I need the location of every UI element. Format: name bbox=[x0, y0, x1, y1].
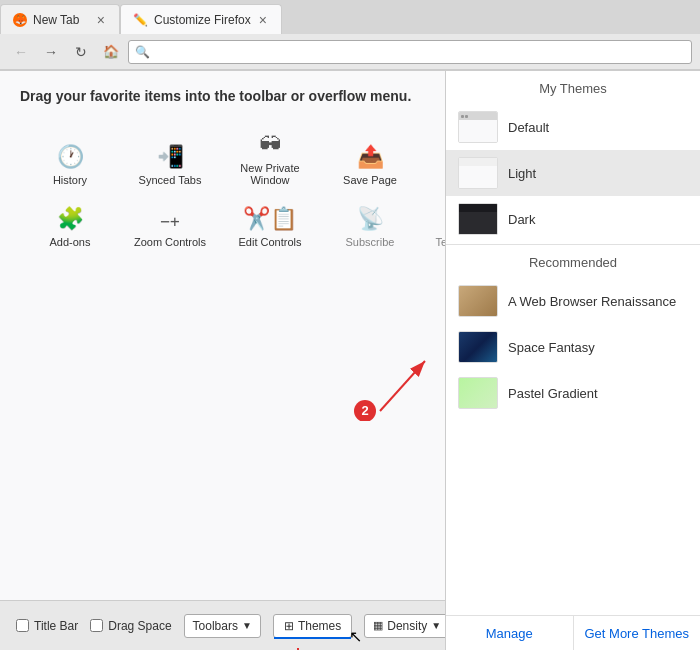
nav-bar: ← → ↻ 🏠 🔍 bbox=[0, 34, 700, 70]
density-dropdown[interactable]: ▦ Density ▼ bbox=[364, 614, 450, 638]
browser-chrome: 🦊 New Tab × ✏️ Customize Firefox × ← → ↻… bbox=[0, 0, 700, 71]
title-bar-checkbox[interactable] bbox=[16, 619, 29, 632]
url-bar[interactable]: 🔍 bbox=[128, 40, 692, 64]
search-icon: 🔍 bbox=[135, 45, 150, 59]
thumb-topbar-light bbox=[459, 158, 497, 166]
theme-thumb-default bbox=[458, 111, 498, 143]
toolbar-item-add-ons[interactable]: 🧩 Add-ons bbox=[20, 197, 120, 259]
theme-item-pastel[interactable]: Pastel Gradient bbox=[446, 370, 700, 416]
theme-name-light: Light bbox=[508, 166, 536, 181]
manage-button[interactable]: Manage bbox=[446, 616, 574, 650]
title-bar-checkbox-label[interactable]: Title Bar bbox=[16, 619, 78, 633]
my-themes-title: My Themes bbox=[446, 71, 700, 104]
density-label: Density bbox=[387, 619, 427, 633]
theme-item-light[interactable]: Light bbox=[446, 150, 700, 196]
toolbar-item-synced-tabs[interactable]: 📲 Synced Tabs bbox=[120, 123, 220, 197]
add-ons-icon: 🧩 bbox=[57, 208, 84, 230]
themes-grid-icon: ⊞ bbox=[284, 619, 294, 633]
tab-close-button[interactable]: × bbox=[257, 12, 269, 28]
theme-item-default[interactable]: Default bbox=[446, 104, 700, 150]
thumb-body-dark bbox=[459, 212, 497, 234]
theme-thumb-space bbox=[458, 331, 498, 363]
pencil-icon: ✏️ bbox=[133, 13, 148, 27]
toolbar-item-subscribe[interactable]: 📡 Subscribe bbox=[320, 197, 420, 259]
toolbars-label: Toolbars bbox=[193, 619, 238, 633]
theme-thumb-renaissance bbox=[458, 285, 498, 317]
theme-name-renaissance: A Web Browser Renaissance bbox=[508, 294, 676, 309]
toolbar-item-edit-controls[interactable]: ✂️📋 Edit Controls bbox=[220, 197, 320, 259]
section-divider bbox=[446, 244, 700, 245]
item-label: Zoom Controls bbox=[134, 236, 206, 248]
tab-close-button[interactable]: × bbox=[95, 12, 107, 28]
item-label: Subscribe bbox=[346, 236, 395, 248]
tab-new-tab[interactable]: 🦊 New Tab × bbox=[0, 4, 120, 34]
theme-item-dark[interactable]: Dark bbox=[446, 196, 700, 242]
tab-bar: 🦊 New Tab × ✏️ Customize Firefox × bbox=[0, 0, 700, 34]
panel-footer: Manage Get More Themes bbox=[446, 615, 700, 650]
theme-thumb-pastel bbox=[458, 377, 498, 409]
theme-name-dark: Dark bbox=[508, 212, 535, 227]
annotation-arrow-1: 1 bbox=[268, 638, 328, 651]
item-label: Add-ons bbox=[50, 236, 91, 248]
chevron-down-icon: ▼ bbox=[431, 620, 441, 631]
private-window-icon: 🕶 bbox=[259, 134, 281, 156]
back-button[interactable]: ← bbox=[8, 39, 34, 65]
recommended-title: Recommended bbox=[446, 247, 700, 278]
tab-customize[interactable]: ✏️ Customize Firefox × bbox=[120, 4, 282, 34]
theme-item-renaissance[interactable]: A Web Browser Renaissance bbox=[446, 278, 700, 324]
drag-space-checkbox-label[interactable]: Drag Space bbox=[90, 619, 171, 633]
main-content: Drag your favorite items into the toolba… bbox=[0, 71, 700, 650]
themes-label: Themes bbox=[298, 619, 341, 633]
reload-button[interactable]: ↻ bbox=[68, 39, 94, 65]
thumb-body bbox=[459, 120, 497, 142]
thumb-body-light bbox=[459, 166, 497, 188]
save-page-icon: 📤 bbox=[357, 146, 384, 168]
thumb-topbar bbox=[459, 112, 497, 120]
thumb-topbar-dark bbox=[459, 204, 497, 212]
home-button[interactable]: 🏠 bbox=[98, 39, 124, 65]
synced-tabs-icon: 📲 bbox=[157, 146, 184, 168]
tab-label: New Tab bbox=[33, 13, 79, 27]
toolbar-item-private-window[interactable]: 🕶 New Private Window bbox=[220, 123, 320, 197]
firefox-favicon: 🦊 bbox=[13, 13, 27, 27]
drag-space-checkbox[interactable] bbox=[90, 619, 103, 632]
item-label: History bbox=[53, 174, 87, 186]
themes-panel: My Themes Default Light bbox=[445, 71, 700, 650]
density-grid-icon: ▦ bbox=[373, 619, 383, 632]
edit-controls-icon: ✂️📋 bbox=[243, 208, 297, 230]
toolbar-item-history[interactable]: 🕐 History bbox=[20, 123, 120, 197]
chevron-down-icon: ▼ bbox=[242, 620, 252, 631]
title-bar-label: Title Bar bbox=[34, 619, 78, 633]
toolbars-dropdown[interactable]: Toolbars ▼ bbox=[184, 614, 261, 638]
drag-space-label: Drag Space bbox=[108, 619, 171, 633]
get-more-themes-button[interactable]: Get More Themes bbox=[574, 616, 701, 650]
forward-button[interactable]: → bbox=[38, 39, 64, 65]
theme-name-space: Space Fantasy bbox=[508, 340, 595, 355]
toolbar-item-save-page[interactable]: 📤 Save Page bbox=[320, 123, 420, 197]
zoom-controls-icon: −+ bbox=[160, 214, 179, 230]
theme-name-default: Default bbox=[508, 120, 549, 135]
item-label: Synced Tabs bbox=[139, 174, 202, 186]
item-label: New Private Window bbox=[229, 162, 311, 186]
themes-button[interactable]: ⊞ Themes bbox=[273, 614, 352, 638]
history-icon: 🕐 bbox=[57, 146, 84, 168]
tab-label: Customize Firefox bbox=[154, 13, 251, 27]
subscribe-icon: 📡 bbox=[357, 208, 384, 230]
theme-item-space-fantasy[interactable]: Space Fantasy bbox=[446, 324, 700, 370]
theme-name-pastel: Pastel Gradient bbox=[508, 386, 598, 401]
themes-button-wrapper: ⊞ Themes ↖ 1 bbox=[273, 614, 352, 638]
theme-thumb-light bbox=[458, 157, 498, 189]
theme-thumb-dark bbox=[458, 203, 498, 235]
item-label: Edit Controls bbox=[239, 236, 302, 248]
toolbar-item-zoom-controls[interactable]: −+ Zoom Controls bbox=[120, 197, 220, 259]
item-label: Save Page bbox=[343, 174, 397, 186]
